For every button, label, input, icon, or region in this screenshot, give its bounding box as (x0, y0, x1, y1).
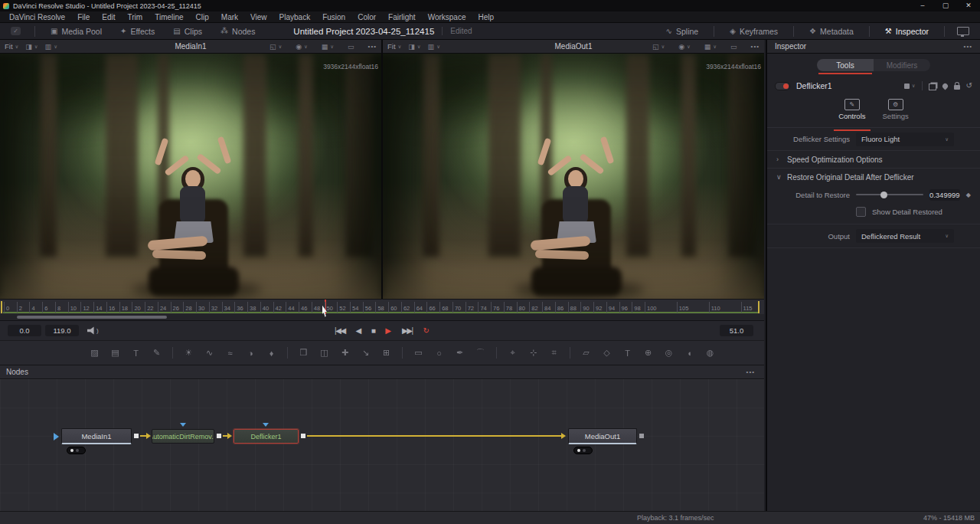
text-tool-icon[interactable]: T (129, 349, 142, 358)
color-curves-tool-icon[interactable]: ∿ (203, 348, 216, 358)
color-corrector-tool-icon[interactable]: ☀ (182, 348, 195, 358)
stop-button[interactable]: ■ (371, 326, 375, 335)
merge-tool-icon[interactable]: ❒ (297, 348, 310, 358)
text-3d-icon[interactable]: T (621, 349, 634, 358)
menu-item-workspace[interactable]: Workspace (422, 13, 472, 21)
timeline-ruler[interactable]: 0246810121416182022242628303234363840424… (0, 299, 764, 314)
inspector-button[interactable]: ⚒ Inspector (876, 23, 938, 39)
nodes-button[interactable]: ⁂ Nodes (211, 23, 264, 39)
versions-icon[interactable] (929, 84, 936, 90)
fast-noise-tool-icon[interactable]: ▤ (109, 348, 122, 358)
clean-feed-monitor-icon[interactable] (957, 27, 969, 35)
node-color-dropdown[interactable]: ∨ (904, 83, 916, 89)
shape-3d-icon[interactable]: ◇ (600, 348, 613, 358)
camera-3d-icon[interactable]: ◎ (662, 348, 675, 358)
planar-tracker-icon[interactable]: ⊹ (527, 348, 540, 358)
fit-dropdown[interactable]: Fit ∨ (387, 42, 401, 51)
range-end-field[interactable]: 119.0 (45, 325, 79, 336)
menu-item-davinci-resolve[interactable]: DaVinci Resolve (3, 13, 71, 21)
viewer-right[interactable]: 3936x2144xfloat16 (383, 54, 764, 299)
bspline-mask-icon[interactable]: ⌒ (474, 347, 487, 359)
restore-detail-section[interactable]: ∨ Restore Original Detail After Deflicke… (767, 169, 980, 185)
camera-tracker-icon[interactable]: ⌗ (547, 348, 560, 358)
hue-curves-tool-icon[interactable]: ≈ (224, 349, 237, 358)
detail-to-restore-slider[interactable] (856, 194, 923, 195)
guides-dropdown[interactable]: ▦ ∨ (704, 43, 717, 51)
roi-dropdown[interactable]: ◉ ∨ (296, 43, 308, 51)
node-output-connector[interactable] (639, 434, 644, 438)
proxy-dropdown[interactable]: ◱ ∨ (652, 43, 665, 51)
menu-item-timeline[interactable]: Timeline (149, 13, 189, 21)
polygon-mask-icon[interactable]: ✒ (453, 348, 466, 358)
node-mediain1[interactable]: MediaIn1 (61, 428, 132, 444)
audio-mute-button[interactable] (87, 326, 99, 335)
blur-tool-icon[interactable]: ♦ (265, 349, 278, 358)
fit-dropdown[interactable]: Fit ∨ (5, 42, 18, 51)
lock-icon[interactable] (954, 85, 960, 90)
menu-item-playback[interactable]: Playback (273, 13, 317, 21)
timeline-scrollbar[interactable] (0, 314, 764, 320)
brightness-contrast-tool-icon[interactable]: ◑ (244, 349, 257, 358)
current-frame-field[interactable]: 51.0 (720, 325, 753, 336)
rectangle-mask-icon[interactable]: ▭ (412, 348, 425, 358)
play-button[interactable]: ▶ (385, 326, 391, 335)
goto-start-button[interactable]: |◀◀ (335, 326, 345, 335)
frame-button[interactable]: ▭ (348, 43, 354, 51)
merge-3d-icon[interactable]: ⊕ (642, 348, 655, 358)
background-tool-icon[interactable]: ▨ (88, 348, 101, 358)
spotlight-3d-icon[interactable]: ◖ (683, 349, 696, 358)
tab-settings[interactable]: ⚙ Settings (883, 99, 909, 127)
menu-item-mark[interactable]: Mark (215, 13, 244, 21)
menu-item-trim[interactable]: Trim (122, 13, 149, 21)
frame-button[interactable]: ▭ (730, 43, 737, 51)
viewer-layout-dropdown[interactable]: ◨ ∨ (25, 43, 38, 51)
show-detail-checkbox[interactable] (856, 207, 866, 217)
metadata-button[interactable]: ❖ Metadata (800, 23, 863, 39)
roi-dropdown[interactable]: ◉ ∨ (678, 43, 691, 51)
node-output-connector[interactable] (134, 434, 139, 438)
minimize-button[interactable]: – (911, 0, 934, 11)
matte-control-tool-icon[interactable]: ◫ (318, 348, 331, 358)
image-plane-3d-icon[interactable]: ▱ (580, 348, 593, 358)
tab-modifiers[interactable]: Modifiers (874, 59, 930, 71)
maximize-button[interactable]: ▢ (934, 0, 957, 11)
menu-item-color[interactable]: Color (351, 13, 382, 21)
menu-item-view[interactable]: View (244, 13, 273, 21)
viewer-channel-dropdown[interactable]: ▥ ∨ (45, 43, 57, 51)
spline-button[interactable]: ∿ Spline (657, 23, 708, 39)
loop-button[interactable]: ↻ (423, 326, 430, 335)
output-dropdown[interactable]: Deflickered Result ∨ (856, 229, 954, 243)
transform-tool-icon[interactable]: ✚ (338, 348, 351, 358)
menu-item-help[interactable]: Help (472, 13, 500, 21)
media-pool-button[interactable]: ▣ Media Pool (41, 23, 111, 39)
detail-to-restore-value[interactable]: 0.349999 (929, 189, 960, 201)
goto-end-button[interactable]: ▶▶| (402, 326, 412, 335)
inspector-options-button[interactable]: ••• (964, 43, 972, 50)
pin-icon[interactable] (941, 82, 949, 90)
menu-item-edit[interactable]: Edit (96, 13, 121, 21)
keyframe-icon[interactable]: ◆ (966, 192, 971, 198)
effects-button[interactable]: ✦ Effects (111, 23, 164, 39)
node-thumbnail-toggle[interactable] (573, 447, 593, 454)
viewer-left[interactable]: 3936x2144xfloat16 (0, 54, 381, 299)
detail-slider-handle[interactable] (880, 192, 887, 198)
tab-controls[interactable]: ✎ Controls (838, 99, 865, 127)
node-enable-toggle[interactable] (775, 82, 790, 90)
node-automaticdirtremoval1[interactable]: AutomaticDirtRemov... (152, 429, 214, 444)
viewer-layout-dropdown[interactable]: ◨ ∨ (408, 43, 420, 51)
ui-toggle-icon[interactable]: ✓ (11, 27, 21, 35)
scrollbar-handle[interactable] (17, 316, 167, 319)
viewer-channel-dropdown[interactable]: ▥ ∨ (428, 43, 440, 51)
guides-dropdown[interactable]: ▦ ∨ (322, 43, 334, 51)
node-thumbnail-toggle[interactable] (67, 447, 86, 454)
menu-item-file[interactable]: File (71, 13, 96, 21)
tab-tools[interactable]: Tools (817, 59, 874, 71)
node-output-connector[interactable] (217, 434, 221, 438)
node-graph[interactable]: MediaIn1 AutomaticDirtRemov... Deflicker… (0, 378, 764, 511)
deflicker-settings-dropdown[interactable]: Fluoro Light ∨ (856, 133, 954, 146)
node-deflicker1[interactable]: Deflicker1 (234, 429, 299, 444)
tracker-icon[interactable]: ⌖ (506, 348, 519, 358)
range-start-field[interactable]: 0.0 (8, 325, 41, 336)
play-reverse-button[interactable]: ◀ (356, 326, 361, 335)
menu-item-fairlight[interactable]: Fairlight (382, 13, 422, 21)
